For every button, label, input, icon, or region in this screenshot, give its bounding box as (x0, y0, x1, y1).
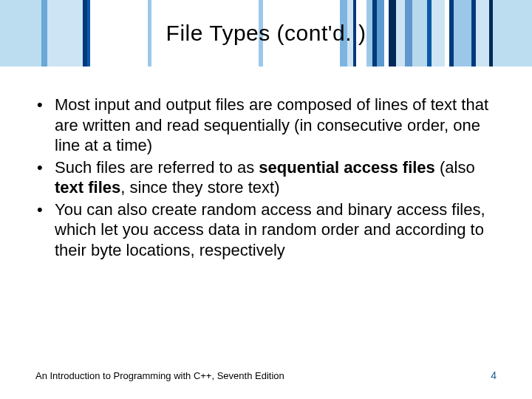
bullet-2-text-c: , since they store text) (120, 178, 279, 197)
slide-title: File Types (cont'd. ) (0, 0, 532, 66)
page-number: 4 (491, 369, 497, 381)
bullet-2-text-a: Such files are referred to as (55, 158, 259, 177)
bullet-1: Most input and output files are composed… (35, 95, 497, 156)
bullet-2-text-b: (also (435, 158, 475, 177)
bullet-2: Such files are referred to as sequential… (35, 157, 497, 198)
bullet-2-bold-2: text files (55, 178, 120, 197)
bullet-2-bold-1: sequential access files (259, 158, 434, 177)
footer-text: An Introduction to Programming with C++,… (35, 370, 284, 381)
content-area: Most input and output files are composed… (35, 95, 497, 262)
bullet-list: Most input and output files are composed… (35, 95, 497, 260)
bullet-3: You can also create random access and bi… (35, 200, 497, 261)
